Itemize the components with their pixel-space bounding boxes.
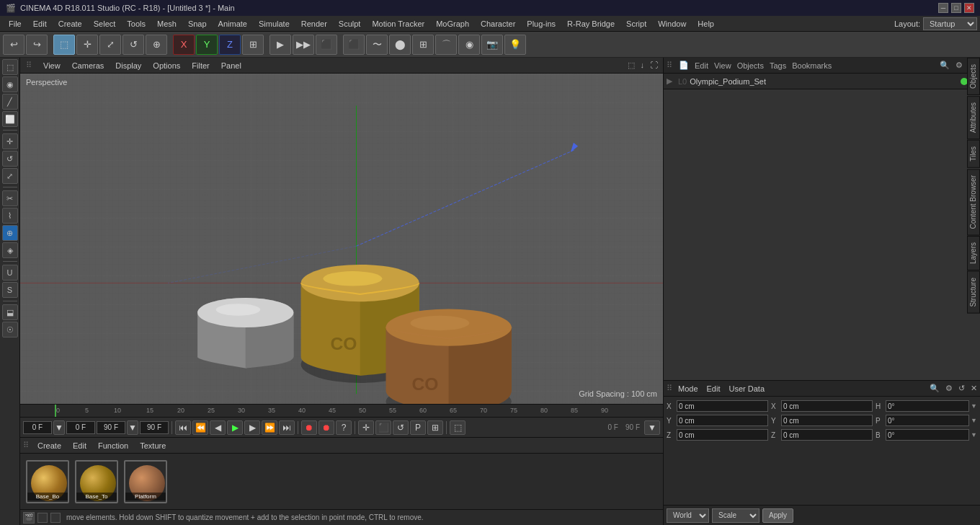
pc-end-down[interactable]: ▼: [127, 420, 138, 435]
scale-tool[interactable]: ⤢: [99, 35, 121, 55]
lt-paint[interactable]: S: [2, 282, 18, 298]
next-key-btn[interactable]: ▶: [244, 420, 260, 435]
vh-down[interactable]: ↓: [638, 60, 647, 71]
scale-dropdown[interactable]: Scale Position: [712, 508, 760, 523]
render-active[interactable]: ▶▶: [293, 35, 314, 55]
attrs-reset-icon[interactable]: ↺: [958, 384, 965, 393]
menu-simulate[interactable]: Simulate: [253, 18, 295, 30]
prev-frame-btn[interactable]: ⏪: [192, 420, 208, 435]
menu-character[interactable]: Character: [475, 18, 521, 30]
attrs-settings-icon[interactable]: ⚙: [945, 384, 953, 393]
material-base-top[interactable]: Base_To: [75, 460, 118, 503]
objects-search-icon[interactable]: 🔍: [937, 60, 952, 71]
menu-mesh[interactable]: Mesh: [151, 18, 182, 30]
deformer-btn[interactable]: ⌒: [435, 35, 457, 55]
lt-mode-polygon[interactable]: ⬜: [2, 111, 18, 127]
menu-plugins[interactable]: Plug-ins: [521, 18, 561, 30]
attrs-userdata-label[interactable]: User Data: [729, 384, 765, 393]
pc-move-key[interactable]: ✛: [358, 420, 374, 435]
lt-magnet[interactable]: U: [2, 265, 18, 281]
goto-end-btn[interactable]: ⏭: [279, 420, 295, 435]
menu-tools[interactable]: Tools: [121, 18, 151, 30]
lt-extrude[interactable]: ⊕: [2, 225, 18, 241]
next-frame-btn[interactable]: ⏩: [262, 420, 277, 435]
coord-b-btn[interactable]: ▼: [971, 431, 977, 438]
autokey-btn[interactable]: ⏺: [318, 420, 334, 435]
minimize-button[interactable]: ─: [938, 3, 948, 13]
pc-frame-nav[interactable]: ▼: [644, 420, 660, 435]
coord-x2-field[interactable]: 0 cm: [781, 400, 873, 412]
lt-knife[interactable]: ✂: [2, 190, 18, 206]
viewport[interactable]: Perspective Grid Spacing : 100 cm: [20, 74, 663, 404]
pc-scale-key[interactable]: ↺: [393, 420, 409, 435]
attrs-close-icon[interactable]: ✕: [971, 384, 977, 393]
spline-btn[interactable]: 〜: [366, 35, 388, 55]
menu-help[interactable]: Help: [692, 18, 720, 30]
menu-snap[interactable]: Snap: [182, 18, 213, 30]
status-icon-3[interactable]: [50, 513, 61, 523]
lt-rotate[interactable]: ↺: [2, 151, 18, 167]
render-to-picture-viewer[interactable]: ⬛: [316, 35, 337, 55]
obj-name[interactable]: Olympic_Podium_Set: [690, 77, 766, 86]
pc-down-btn[interactable]: ▼: [53, 420, 65, 435]
side-tab-tiles[interactable]: Tiles: [967, 140, 980, 168]
lt-viewport-solo[interactable]: ☉: [2, 322, 18, 338]
side-tab-objects[interactable]: Objects: [967, 58, 980, 95]
start-frame-field[interactable]: [23, 421, 52, 434]
material-base-box[interactable]: Base_Bo: [26, 460, 69, 503]
coord-z-field[interactable]: 0 cm: [677, 429, 768, 441]
camera-btn[interactable]: 📷: [481, 35, 503, 55]
select-tool[interactable]: ⬚: [53, 35, 75, 55]
mat-texture[interactable]: Texture: [137, 440, 169, 451]
question-btn[interactable]: ?: [336, 420, 352, 435]
mat-function[interactable]: Function: [95, 440, 131, 451]
goto-start-btn[interactable]: ⏮: [175, 420, 191, 435]
menu-render[interactable]: Render: [295, 18, 333, 30]
vh-fullscreen[interactable]: ⛶: [648, 60, 660, 71]
coord-h-field[interactable]: 0°: [886, 400, 969, 412]
menu-window[interactable]: Window: [652, 18, 692, 30]
lt-scale[interactable]: ⤢: [2, 168, 18, 184]
attrs-mode-label[interactable]: Mode: [678, 384, 698, 393]
menu-motion-tracker[interactable]: Motion Tracker: [366, 18, 430, 30]
side-tab-layers[interactable]: Layers: [967, 236, 980, 270]
nurbs-btn[interactable]: ⬤: [389, 35, 411, 55]
y-axis-btn[interactable]: Y: [196, 35, 218, 55]
coord-b-field[interactable]: 0°: [886, 429, 969, 441]
lt-mode-object[interactable]: ⬚: [2, 59, 18, 75]
side-tab-content-browser[interactable]: Content Browser: [967, 169, 980, 235]
world-axis-btn[interactable]: ⊞: [242, 35, 264, 55]
lt-move[interactable]: ✛: [2, 133, 18, 149]
redo-button[interactable]: ↪: [26, 35, 48, 55]
attrs-search-icon[interactable]: 🔍: [930, 384, 940, 393]
record-btn[interactable]: ⏺: [301, 420, 317, 435]
side-tab-attributes[interactable]: Attributes: [967, 96, 980, 139]
transform-tool[interactable]: ⊕: [146, 35, 167, 55]
render-preview[interactable]: ▶: [270, 35, 291, 55]
timeline[interactable]: 0 5 10 15 20 25 30 35 40 45 50 55 60 65 …: [20, 404, 663, 417]
menu-edit[interactable]: Edit: [27, 18, 53, 30]
coord-h-btn[interactable]: ▼: [971, 402, 977, 410]
light-btn[interactable]: 💡: [504, 35, 526, 55]
pc-rotate-key[interactable]: ⬛: [375, 420, 391, 435]
lt-mode-point[interactable]: ◉: [2, 76, 18, 92]
maximize-button[interactable]: □: [951, 3, 961, 13]
coord-z2-field[interactable]: 0 cm: [781, 429, 873, 441]
menu-create[interactable]: Create: [53, 18, 88, 30]
apply-button[interactable]: Apply: [762, 508, 793, 523]
prev-key-btn[interactable]: ◀: [210, 420, 226, 435]
coord-y2-field[interactable]: 0 cm: [781, 415, 873, 426]
attrs-edit-label[interactable]: Edit: [707, 384, 721, 393]
move-tool[interactable]: ✛: [76, 35, 98, 55]
mat-create[interactable]: Create: [35, 440, 64, 451]
menu-select[interactable]: Select: [88, 18, 122, 30]
objects-bookmarks-label[interactable]: Bookmarks: [790, 61, 834, 71]
pc-all-key[interactable]: ⊞: [427, 420, 443, 435]
lt-mode-edge[interactable]: ╱: [2, 94, 18, 110]
menu-script[interactable]: Script: [620, 18, 652, 30]
vh-cameras[interactable]: Cameras: [69, 60, 107, 71]
mograph-btn[interactable]: ⊞: [412, 35, 434, 55]
objects-tags-label[interactable]: Tags: [767, 61, 788, 71]
close-button[interactable]: ✕: [964, 3, 974, 13]
layout-dropdown[interactable]: Startup Standard: [923, 17, 977, 30]
